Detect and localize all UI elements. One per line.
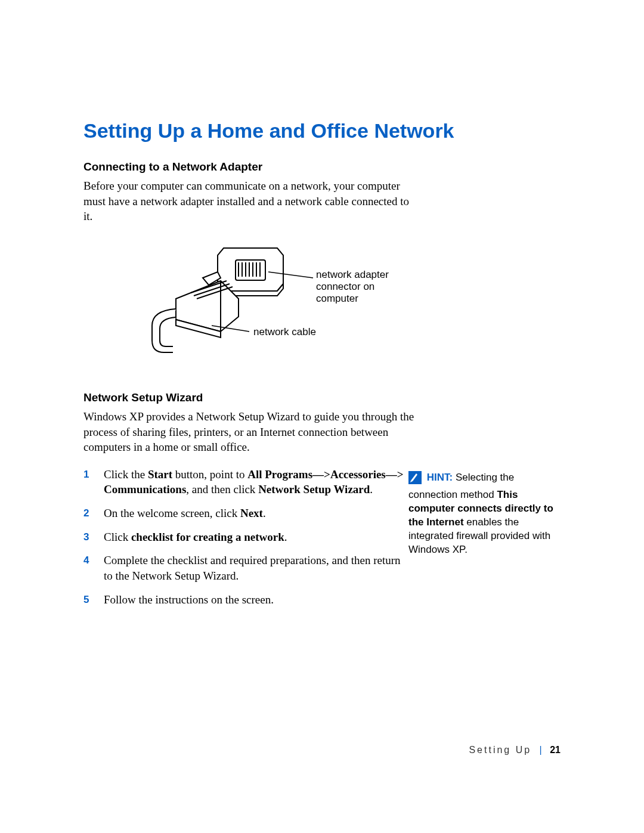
step-text: . <box>370 483 373 496</box>
step-2: 2 On the welcome screen, click Next. <box>83 506 405 529</box>
step-4: 4 Complete the checklist and required pr… <box>83 553 405 592</box>
figure-label-adapter-1: network adapter <box>316 269 389 280</box>
steps-list: 1 Click the Start button, point to All P… <box>83 467 405 615</box>
step-1: 1 Click the Start button, point to All P… <box>83 467 405 506</box>
svg-rect-2 <box>236 260 265 280</box>
step-text: On the welcome screen, click <box>104 507 240 519</box>
step-text: Click the <box>104 468 148 481</box>
step-number: 4 <box>83 554 89 568</box>
paragraph-wizard: Windows XP provides a Network Setup Wiza… <box>83 409 417 455</box>
step-bold: Start <box>148 468 172 481</box>
step-number: 3 <box>83 531 89 544</box>
step-text: , and then click <box>186 483 258 496</box>
step-number: 5 <box>83 593 89 607</box>
hint-label: HINT: <box>427 472 453 483</box>
step-text: . <box>284 531 287 543</box>
step-number: 2 <box>83 507 89 521</box>
step-bold: Next <box>240 507 263 519</box>
footer-page-number: 21 <box>550 745 561 755</box>
figure-label-adapter-2: connector on <box>316 281 374 292</box>
pencil-icon <box>408 471 422 488</box>
figure-label-cable: network cable <box>253 326 316 337</box>
step-text: Click <box>104 531 131 543</box>
step-bold: checklist for creating a network <box>131 531 284 543</box>
network-adapter-illustration: network adapter connector on computer ne… <box>119 242 405 367</box>
hint-note: HINT: Selecting the connection method Th… <box>408 471 564 557</box>
subheading-connecting: Connecting to a Network Adapter <box>83 160 561 174</box>
step-5: 5 Follow the instructions on the screen. <box>83 592 405 616</box>
step-text: Complete the checklist and required prep… <box>104 554 401 582</box>
step-text: button, point to <box>172 468 247 481</box>
network-adapter-figure: network adapter connector on computer ne… <box>119 242 561 367</box>
footer-separator: | <box>536 745 546 755</box>
step-3: 3 Click checklist for creating a network… <box>83 529 405 553</box>
step-text: . <box>263 507 266 519</box>
step-text: Follow the instructions on the screen. <box>104 593 274 606</box>
step-number: 1 <box>83 468 89 482</box>
page-footer: Setting Up | 21 <box>469 745 561 755</box>
step-bold: Network Setup Wizard <box>258 483 370 496</box>
page-title: Setting Up a Home and Office Network <box>83 119 561 143</box>
paragraph-network-adapter: Before your computer can communicate on … <box>83 178 417 224</box>
footer-section: Setting Up <box>469 745 531 755</box>
subheading-wizard: Network Setup Wizard <box>83 391 561 404</box>
figure-label-adapter-3: computer <box>316 293 358 304</box>
